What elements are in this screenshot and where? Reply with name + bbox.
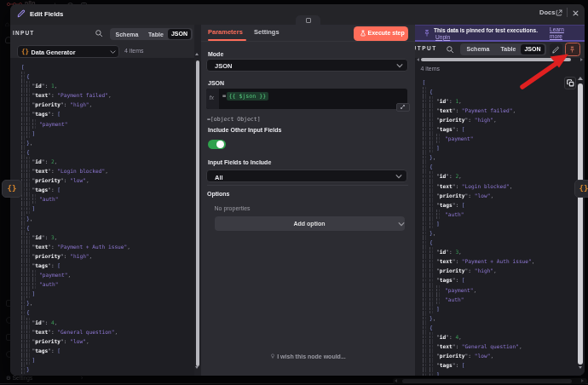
input-search-icon[interactable] (95, 29, 103, 37)
output-hscroll-left-arrow[interactable] (417, 58, 419, 61)
json-line: ] (10, 289, 194, 298)
json-line: "priority": "high", (10, 100, 194, 109)
json-line: ] (10, 204, 194, 213)
output-search-icon[interactable] (446, 45, 454, 54)
json-line: { (415, 323, 578, 332)
json-line: "id": 2, (415, 171, 578, 181)
json-line: "id": 3, (415, 247, 578, 256)
mode-select[interactable]: JSON (206, 59, 408, 72)
braces-icon: {} (21, 48, 29, 55)
expression-gutter: fx (206, 89, 219, 109)
input-source-select[interactable]: {} Data Generator (17, 45, 119, 58)
input-display-tabs: Schema Table JSON (110, 28, 193, 40)
fx-icon: fx (210, 95, 214, 101)
json-line: "auth" (10, 194, 194, 204)
json-line: { (10, 147, 194, 157)
include-other-toggle[interactable] (208, 140, 226, 149)
chevron-down-icon (398, 221, 405, 227)
json-line: "tags": [ (415, 360, 578, 370)
execute-step-label: Execute step (368, 30, 405, 36)
sidebar-settings-row: ⚙ Settings (6, 375, 32, 382)
output-panel-badge-clip: {} (574, 180, 588, 198)
page-hscroll-right-arrow[interactable] (581, 379, 584, 382)
screenshot-root: { "app": { "title": "Edit Fields", "docs… (0, 0, 588, 385)
json-expression-editor[interactable]: fx = {{ $json }} (206, 89, 407, 109)
page-hscrollbar-thumb[interactable] (402, 379, 572, 383)
chevron-down-icon (110, 49, 116, 55)
json-line: "id": 3, (10, 233, 194, 242)
input-panel-badge[interactable]: {} (2, 180, 22, 198)
unpin-link[interactable]: Unpin (435, 34, 450, 40)
fields-include-select[interactable]: All (206, 170, 407, 182)
input-tab-table[interactable]: Table (144, 32, 168, 37)
wish-row[interactable]: I wish this node would... (201, 353, 415, 359)
json-line: "tags": [ (10, 109, 194, 118)
expression-chip: {{ $json }} (227, 92, 268, 101)
modal-title: Edit Fields (30, 10, 63, 18)
json-line: "text": "General question", (10, 327, 194, 336)
json-line: { (10, 72, 194, 81)
close-icon[interactable] (573, 10, 579, 16)
json-line: [ (10, 62, 194, 72)
docs-link[interactable]: Docs (539, 9, 555, 16)
input-panel-title: INPUT (13, 30, 35, 36)
json-line: "id": 1, (10, 81, 194, 90)
json-line: "text": "Payment failed", (415, 106, 578, 115)
output-vscroll-thumb[interactable] (578, 83, 583, 365)
node-pencil-icon (17, 9, 26, 19)
json-line: }, (10, 214, 194, 223)
tab-settings[interactable]: Settings (254, 28, 280, 36)
input-json-view[interactable]: [{"id": 1,"text": "Payment failed","prio… (10, 58, 194, 376)
json-line: ] (415, 304, 578, 313)
json-line: "tags": [ (415, 200, 578, 210)
braces-icon: {} (579, 184, 588, 192)
json-line: { (415, 162, 578, 171)
json-line: ] (10, 374, 194, 376)
json-line: ] (415, 219, 578, 228)
input-vscroll-thumb[interactable] (196, 60, 200, 366)
input-tab-json[interactable]: JSON (168, 29, 191, 39)
json-line: "priority": "low", (10, 175, 194, 185)
toggle-knob (216, 141, 224, 148)
tab-parameters[interactable]: Parameters (208, 28, 243, 36)
json-line: { (10, 307, 194, 317)
learn-more-link-line1[interactable]: Learn (550, 26, 564, 32)
json-line: "priority": "low", (415, 191, 578, 200)
execute-step-button[interactable]: Execute step (354, 26, 408, 41)
json-line: "payment", (10, 270, 194, 279)
json-line: "tags": [ (415, 124, 578, 134)
output-panel-title: OUTPUT (415, 45, 437, 51)
learn-more-link-line2[interactable]: more (550, 33, 562, 39)
json-line: "auth" (415, 210, 578, 219)
input-vscroll-down-arrow[interactable] (195, 366, 199, 369)
output-vscroll-down-arrow[interactable] (579, 366, 582, 369)
wish-label: I wish this node would... (277, 353, 346, 359)
expression-expand-button[interactable] (396, 103, 410, 112)
json-line: "text": "General question", (415, 342, 578, 351)
json-line: }, (10, 298, 194, 307)
json-line: "payment" (415, 134, 578, 143)
input-tab-schema[interactable]: Schema (110, 32, 144, 37)
json-line: ] (10, 355, 194, 365)
mode-label: Mode (208, 51, 223, 57)
json-line: "text": "Payment + Auth issue", (415, 256, 578, 266)
json-line: "auth" (415, 295, 578, 304)
json-line: "priority": "low", (415, 351, 578, 360)
json-line: { (10, 223, 194, 233)
input-vscroll-up-arrow[interactable] (195, 53, 199, 55)
json-line: ] (10, 129, 194, 138)
output-panel-badge[interactable]: {} (574, 180, 588, 198)
expression-equals: = (222, 93, 226, 100)
output-json-view[interactable]: [{"id": 1,"text": "Payment failed","prio… (415, 62, 578, 376)
mode-value: JSON (215, 62, 232, 70)
pin-icon (423, 28, 431, 39)
add-option-button[interactable]: Add option (215, 216, 405, 231)
json-line: "text": "Payment + Auth issue", (10, 242, 194, 251)
page-hscroll-left-arrow[interactable] (395, 379, 397, 382)
json-line: }, (415, 152, 578, 162)
pinned-banner-text: This data is pinned for test executions. (434, 27, 538, 33)
sidebar-home-icon: ⌂ (5, 20, 9, 28)
sidebar-collapse-chevron: › (81, 375, 83, 381)
external-link-icon[interactable] (556, 9, 562, 16)
flask-icon (360, 30, 366, 37)
